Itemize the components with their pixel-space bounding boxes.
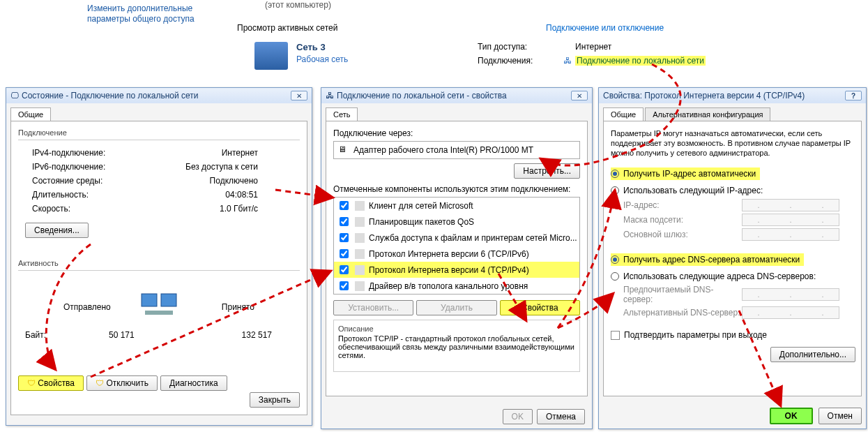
subnet-field: ... — [742, 214, 839, 226]
component-item[interactable]: Служба доступа к файлам и принтерам сете… — [334, 230, 579, 246]
network-type-link[interactable]: Рабочая сеть — [296, 54, 348, 64]
duration-label: Длительность: — [32, 190, 158, 200]
properties-button[interactable]: 🛡 Свойства — [18, 375, 84, 391]
advanced-button[interactable]: Дополнительно... — [770, 347, 855, 362]
adapter-icon: 🖥 — [338, 144, 349, 156]
connection-group-label: Подключение — [18, 128, 300, 137]
activity-icon — [138, 288, 180, 325]
status-dialog: 🖵 Состояние - Подключение по локальной с… — [6, 87, 312, 426]
component-checkbox[interactable] — [340, 249, 349, 258]
configure-button[interactable]: Настроить... — [514, 163, 580, 179]
duration-value: 04:08:51 — [158, 190, 300, 200]
status-titlebar: 🖵 Состояние - Подключение по локальной с… — [6, 88, 312, 103]
network-adapter-icon: 🖧 — [563, 56, 572, 64]
bytes-received: 132 517 — [242, 330, 272, 340]
shield-icon: 🛡 — [27, 378, 36, 388]
component-item[interactable]: Ответчик обнаружения топологии канальног… — [334, 294, 579, 295]
radio-selected-icon — [611, 255, 619, 264]
component-item[interactable]: Протокол Интернета версии 4 (TCP/IPv4) — [334, 262, 579, 278]
connections-label: Подключения: — [478, 56, 533, 66]
view-active-networks-label: Просмотр активных сетей — [237, 23, 337, 33]
uninstall-button[interactable]: Удалить — [416, 300, 496, 315]
gateway-field: ... — [742, 228, 839, 241]
connection-link[interactable]: Подключение по локальной сети — [575, 56, 706, 66]
close-dialog-button[interactable]: Закрыть — [250, 392, 300, 408]
dns2-label: Альтернативный DNS-сервер: — [623, 308, 742, 318]
component-icon — [355, 281, 365, 291]
ipv4-value: Интернет — [158, 148, 300, 158]
network-name: Сеть 3 — [296, 42, 326, 52]
advanced-sharing-link[interactable]: Изменить дополнительные параметры общего… — [87, 3, 213, 24]
adapter-name: Адаптер рабочего стола Intel(R) PRO/1000… — [353, 145, 533, 155]
auto-ip-radio[interactable]: Получить IP-адрес автоматически — [611, 167, 760, 180]
checkbox-icon — [611, 331, 620, 340]
component-item[interactable]: Драйвер в/в тополога канального уровня — [334, 278, 579, 294]
disable-button[interactable]: 🛡 Отключить — [86, 375, 158, 391]
cancel-button[interactable]: Отмена — [537, 409, 585, 424]
connect-using-label: Подключение через: — [333, 128, 580, 138]
subnet-label: Маска подсети: — [623, 215, 742, 225]
adapter-box: 🖥 Адаптер рабочего стола Intel(R) PRO/10… — [333, 141, 580, 159]
speed-label: Скорость: — [32, 204, 158, 214]
svg-rect-0 — [142, 294, 157, 306]
component-checkbox[interactable] — [340, 233, 349, 242]
connect-disconnect-link[interactable]: Подключение или отключение — [546, 23, 664, 33]
tab-network[interactable]: Сеть — [326, 107, 358, 121]
component-label: Служба доступа к файлам и принтерам сете… — [369, 233, 577, 243]
components-list[interactable]: Клиент для сетей MicrosoftПланировщик па… — [333, 197, 580, 295]
component-label: Протокол Интернета версии 4 (TCP/IPv4) — [369, 265, 529, 275]
this-computer-label: (этот компьютер) — [265, 0, 331, 10]
component-item[interactable]: Протокол Интернета версии 6 (TCP/IPv6) — [334, 246, 579, 262]
ok-button[interactable]: OK — [770, 408, 813, 424]
description-text: Протокол TCP/IP - стандартный протокол г… — [338, 334, 575, 359]
component-item[interactable]: Клиент для сетей Microsoft — [334, 198, 579, 214]
details-button[interactable]: Сведения... — [25, 223, 89, 238]
svg-rect-2 — [145, 311, 173, 315]
component-icon — [355, 249, 365, 259]
ipv6-value: Без доступа к сети — [158, 162, 300, 172]
dns2-field: ... — [742, 306, 839, 319]
component-checkbox[interactable] — [340, 281, 349, 290]
component-item[interactable]: Планировщик пакетов QoS — [334, 214, 579, 230]
bytes-sent: 50 171 — [109, 330, 135, 340]
close-button[interactable]: ✕ — [571, 91, 588, 100]
tab-alternate[interactable]: Альтернативная конфигурация — [645, 107, 770, 121]
ip-address-field: ... — [742, 199, 839, 211]
tcpipv4-intro: Параметры IP могут назначаться автоматич… — [611, 128, 854, 158]
manual-dns-radio[interactable]: Использовать следующие адреса DNS-сервер… — [611, 270, 854, 283]
gateway-label: Основной шлюз: — [623, 230, 742, 239]
component-checkbox[interactable] — [340, 265, 349, 274]
component-icon — [355, 201, 365, 211]
component-checkbox[interactable] — [340, 217, 349, 226]
diagnose-button[interactable]: Диагностика — [160, 375, 227, 391]
install-button[interactable]: Установить... — [333, 300, 413, 315]
speed-value: 1.0 Гбит/с — [158, 204, 300, 214]
auto-dns-radio[interactable]: Получить адрес DNS-сервера автоматически — [611, 253, 804, 266]
ok-button[interactable]: OK — [503, 409, 533, 424]
tab-general[interactable]: Общие — [10, 107, 51, 121]
ipv4-label: IPv4-подключение: — [32, 148, 158, 158]
media-state-value: Подключено — [158, 176, 300, 186]
network-icon — [254, 42, 288, 70]
help-button[interactable]: ? — [845, 91, 862, 100]
validate-checkbox-row[interactable]: Подтвердить параметры при выходе — [611, 330, 854, 340]
access-type-value: Интернет — [575, 42, 611, 52]
status-title: Состояние - Подключение по локальной сет… — [22, 91, 199, 100]
manual-ip-radio[interactable]: Использовать следующий IP-адрес: — [611, 184, 854, 197]
component-icon — [355, 233, 365, 243]
tab-general[interactable]: Общие — [603, 107, 644, 121]
access-type-label: Тип доступа: — [478, 42, 527, 52]
radio-icon — [611, 272, 619, 281]
component-icon — [355, 265, 365, 275]
close-button[interactable]: ✕ — [291, 91, 307, 100]
component-icon — [355, 217, 365, 227]
cancel-button[interactable]: Отмен — [818, 408, 862, 424]
component-label: Планировщик пакетов QoS — [369, 217, 474, 227]
tcpipv4-dialog: Свойства: Протокол Интернета версии 4 (T… — [598, 87, 867, 429]
control-panel-bg: Изменить дополнительные параметры общего… — [0, 0, 868, 87]
component-label: Протокол Интернета версии 6 (TCP/IPv6) — [369, 249, 529, 259]
dns1-label: Предпочитаемый DNS-сервер: — [623, 285, 742, 304]
component-checkbox[interactable] — [340, 201, 349, 210]
component-properties-button[interactable]: Свойства — [500, 300, 580, 315]
radio-selected-icon — [611, 170, 619, 178]
